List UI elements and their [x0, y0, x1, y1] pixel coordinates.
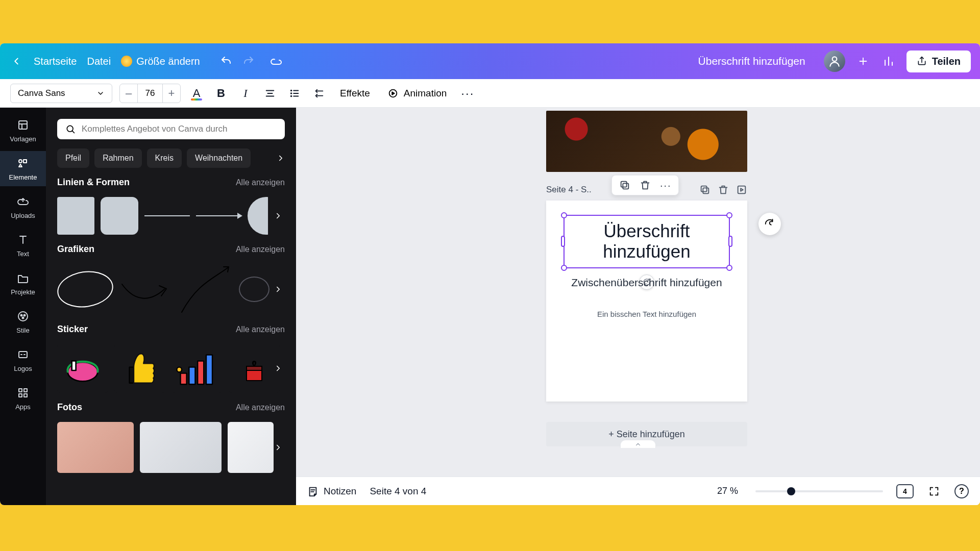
sticker-thumbs-up[interactable] [114, 344, 165, 393]
zoom-slider-thumb[interactable] [787, 487, 795, 495]
file-menu[interactable]: Datei [87, 56, 111, 67]
search-input[interactable] [82, 124, 277, 134]
nav-apps-label: Apps [15, 403, 31, 411]
animation-button[interactable]: Animation [382, 85, 452, 102]
page-present-button[interactable] [736, 184, 747, 195]
section-lines-shapes-seeall[interactable]: Alle anzeigen [236, 178, 285, 187]
delete-button[interactable] [640, 180, 651, 191]
page-3-thumbnail[interactable] [546, 111, 747, 172]
page-duplicate-button[interactable] [699, 184, 710, 195]
italic-button[interactable]: I [237, 85, 254, 102]
share-icon [917, 56, 927, 66]
resize-handle-w[interactable] [561, 236, 565, 247]
page-counter: Seite 4 von 4 [370, 486, 426, 497]
document-title[interactable]: Überschrift hinzufügen [698, 55, 805, 67]
back-button[interactable] [9, 54, 23, 68]
section-graphics-seeall[interactable]: Alle anzeigen [236, 245, 285, 254]
nav-projects-label: Projekte [11, 288, 35, 296]
fullscreen-button[interactable] [927, 484, 941, 498]
photo-tile-1[interactable] [57, 422, 134, 473]
regenerate-fab[interactable] [758, 213, 781, 235]
stickers-scroll-next[interactable] [271, 361, 286, 376]
body-textbox[interactable]: Ein bisschen Text hinzufügen [564, 310, 730, 318]
section-photos-seeall[interactable]: Alle anzeigen [236, 403, 285, 412]
more-options-button[interactable]: ··· [459, 85, 476, 102]
spacing-button[interactable] [310, 85, 328, 102]
resize-handle-nw[interactable] [561, 212, 567, 218]
effects-button[interactable]: Effekte [335, 85, 375, 102]
heading-line2: hinzufügen [603, 241, 690, 261]
shape-line[interactable] [144, 215, 190, 216]
page-grid-button[interactable]: 4 [896, 484, 914, 498]
photos-scroll-next[interactable] [271, 440, 286, 455]
chevron-down-icon [96, 89, 105, 97]
floating-more-button[interactable]: ··· [660, 180, 671, 191]
font-size-increase[interactable]: + [163, 84, 180, 103]
share-button[interactable]: Teilen [906, 51, 971, 72]
sticker-bar-chart[interactable] [172, 344, 223, 393]
selected-heading-textbox[interactable]: Überschrifthinzufügen [564, 215, 730, 268]
graphic-thin-oval[interactable] [239, 277, 270, 302]
font-size-input[interactable] [137, 84, 163, 103]
shapes-scroll-next[interactable] [271, 208, 286, 223]
page-4-canvas[interactable]: Überschrifthinzufügen Zwischenüberschrif… [546, 201, 747, 402]
chip-rahmen[interactable]: Rahmen [94, 148, 141, 168]
font-size-decrease[interactable]: – [120, 84, 137, 103]
redo-button[interactable] [242, 55, 255, 68]
nav-projects[interactable]: Projekte [0, 266, 46, 301]
nav-elements[interactable]: Elemente [0, 151, 46, 186]
nav-logos[interactable]: Logos [0, 342, 46, 378]
home-link[interactable]: Startseite [34, 56, 77, 67]
zoom-percent[interactable]: 27 % [717, 486, 738, 496]
nav-text[interactable]: Text [0, 228, 46, 263]
font-family-dropdown[interactable]: Canva Sans [10, 84, 112, 103]
nav-templates[interactable]: Vorlagen [0, 113, 46, 148]
page-strip-expand[interactable] [620, 440, 656, 448]
chip-kreis[interactable]: Kreis [147, 148, 182, 168]
zoom-slider[interactable] [755, 490, 883, 492]
undo-button[interactable] [219, 55, 233, 68]
page-label[interactable]: Seite 4 - S.. [546, 185, 592, 195]
shape-rounded-square[interactable] [101, 197, 138, 235]
sticker-turkey[interactable] [57, 344, 108, 393]
insights-button[interactable] [881, 54, 896, 69]
graphics-scroll-next[interactable] [271, 282, 286, 297]
notes-button[interactable]: Notizen [307, 486, 356, 497]
list-button[interactable] [286, 85, 303, 102]
duplicate-button[interactable] [619, 180, 630, 191]
chip-pfeil[interactable]: Pfeil [57, 148, 89, 168]
bold-button[interactable]: B [212, 85, 230, 102]
text-align-button[interactable] [261, 85, 279, 102]
resize-handle-sw[interactable] [561, 265, 567, 271]
chips-scroll-next[interactable] [274, 151, 288, 165]
resize-button[interactable]: Größe ändern [121, 56, 200, 67]
section-lines-shapes-title: Linien & Formen [57, 177, 130, 188]
section-sticker-seeall[interactable]: Alle anzeigen [236, 325, 285, 334]
resize-handle-e[interactable] [728, 236, 732, 247]
templates-icon [16, 118, 30, 132]
photo-tile-3[interactable] [228, 422, 274, 473]
page-delete-button[interactable] [718, 184, 729, 195]
resize-handle-ne[interactable] [726, 212, 732, 218]
text-color-button[interactable]: A [188, 85, 205, 102]
help-button[interactable]: ? [954, 484, 969, 498]
nav-styles[interactable]: Stile [0, 304, 46, 339]
svg-point-9 [21, 315, 22, 316]
shape-square[interactable] [57, 197, 94, 235]
heading-line1: Überschrift [603, 221, 690, 241]
graphic-curved-arrow[interactable] [119, 277, 170, 302]
nav-uploads[interactable]: Uploads [0, 189, 46, 224]
graphic-brush-stroke[interactable] [177, 264, 233, 315]
chip-weihnachten[interactable]: Weihnachten [187, 148, 251, 168]
resize-handle-se[interactable] [726, 265, 732, 271]
add-collaborator-button[interactable] [855, 54, 871, 69]
section-photos-title: Fotos [57, 402, 82, 413]
user-avatar[interactable] [824, 51, 845, 72]
nav-apps[interactable]: Apps [0, 381, 46, 416]
graphic-scribble-oval[interactable] [55, 268, 116, 311]
search-field[interactable] [57, 119, 285, 139]
subheading-textbox[interactable]: Zwischenüberschrift hinzufügen [564, 276, 730, 289]
sync-status-icon[interactable] [270, 55, 283, 68]
photo-tile-2[interactable] [140, 422, 222, 473]
shape-arrow-line[interactable] [196, 215, 241, 216]
